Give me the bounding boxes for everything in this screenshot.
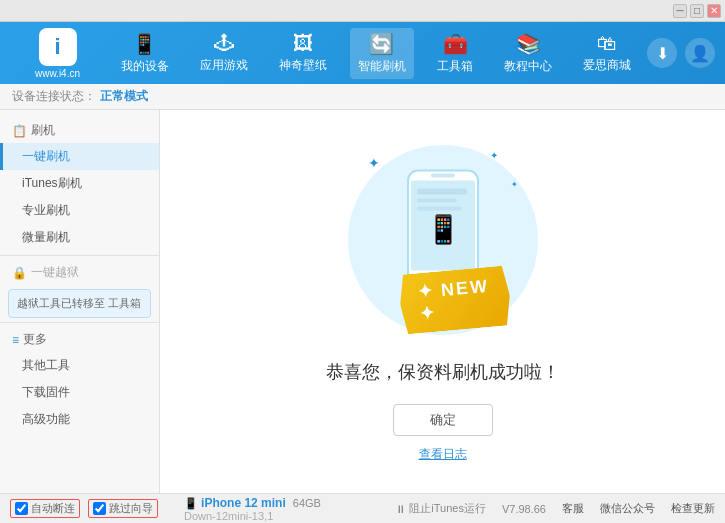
bottom-version: V7.98.66 xyxy=(502,503,546,515)
auto-close-checkbox[interactable] xyxy=(15,502,28,515)
content-area: ✦ ✦ ✦ 📱 ✦ NEW ✦ 恭喜您， xyxy=(160,110,725,493)
more-section-icon: ≡ xyxy=(12,333,19,347)
sub-link[interactable]: 查看日志 xyxy=(419,446,467,463)
nav-mall[interactable]: 🛍 爱思商城 xyxy=(575,28,639,78)
sidebar-jailbreak-notice: 越狱工具已转移至 工具箱 xyxy=(8,289,151,318)
logo-icon: i xyxy=(39,28,77,66)
nav-tutorial[interactable]: 📚 教程中心 xyxy=(496,28,560,79)
sidebar-item-other-tools[interactable]: 其他工具 xyxy=(0,352,159,379)
sidebar-section-jailbreak: 🔒 一键越狱 越狱工具已转移至 工具箱 xyxy=(0,260,159,318)
tutorial-icon: 📚 xyxy=(516,32,541,56)
close-button[interactable]: ✕ xyxy=(707,4,721,18)
phone-illustration: ✦ ✦ ✦ 📱 ✦ NEW ✦ xyxy=(343,140,543,340)
nav-items: 📱 我的设备 🕹 应用游戏 🖼 神奇壁纸 🔄 智能刷机 🧰 工具箱 📚 教程中心… xyxy=(105,28,647,79)
sidebar-jailbreak-title: 🔒 一键越狱 xyxy=(0,260,159,285)
svg-rect-5 xyxy=(417,199,457,203)
sidebar-item-download-firmware[interactable]: 下载固件 xyxy=(0,379,159,406)
skip-wizard-checkbox-label[interactable]: 跳过向导 xyxy=(88,499,158,518)
bottom-link-customer-service[interactable]: 客服 xyxy=(562,501,584,516)
sparkle-1: ✦ xyxy=(368,155,380,171)
sidebar-item-data-flash[interactable]: 微量刷机 xyxy=(0,224,159,251)
nav-toolbox[interactable]: 🧰 工具箱 xyxy=(429,28,481,79)
status-value: 正常模式 xyxy=(100,88,148,105)
sidebar-section-flash: 📋 刷机 一键刷机 iTunes刷机 专业刷机 微量刷机 xyxy=(0,118,159,251)
success-text: 恭喜您，保资料刷机成功啦！ xyxy=(326,360,560,384)
wallpaper-icon: 🖼 xyxy=(293,32,313,55)
svg-rect-4 xyxy=(417,189,467,195)
device-storage: 64GB xyxy=(293,497,321,509)
lock-icon: 🔒 xyxy=(12,266,27,280)
apps-games-icon: 🕹 xyxy=(214,32,234,55)
user-button[interactable]: 👤 xyxy=(685,38,715,68)
itunes-icon: ⏸ xyxy=(395,503,406,515)
sidebar-section-more-title: ≡ 更多 xyxy=(0,327,159,352)
bottom-link-wechat[interactable]: 微信公众号 xyxy=(600,501,655,516)
svg-text:📱: 📱 xyxy=(425,213,460,246)
sidebar-item-one-click-flash[interactable]: 一键刷机 xyxy=(0,143,159,170)
toolbox-icon: 🧰 xyxy=(443,32,468,56)
sidebar-item-pro-flash[interactable]: 专业刷机 xyxy=(0,197,159,224)
sidebar-section-flash-title: 📋 刷机 xyxy=(0,118,159,143)
bottom-right: ⏸ 阻止iTunes运行 V7.98.66 客服 微信公众号 检查更新 xyxy=(395,501,715,516)
confirm-button[interactable]: 确定 xyxy=(393,404,493,436)
sparkle-3: ✦ xyxy=(511,180,518,189)
svg-rect-6 xyxy=(417,207,462,211)
main-layout: 📋 刷机 一键刷机 iTunes刷机 专业刷机 微量刷机 🔒 一键越狱 xyxy=(0,110,725,493)
bottom-bar: 自动断连 跳过向导 📱 iPhone 12 mini 64GB Down-12m… xyxy=(0,493,725,523)
auto-close-checkbox-label[interactable]: 自动断连 xyxy=(10,499,80,518)
sidebar-divider-1 xyxy=(0,255,159,256)
itunes-status: ⏸ 阻止iTunes运行 xyxy=(395,501,486,516)
nav-wallpaper[interactable]: 🖼 神奇壁纸 xyxy=(271,28,335,78)
nav-my-device[interactable]: 📱 我的设备 xyxy=(113,28,177,79)
nav-smart-flash[interactable]: 🔄 智能刷机 xyxy=(350,28,414,79)
bottom-link-update[interactable]: 检查更新 xyxy=(671,501,715,516)
device-info: 📱 iPhone 12 mini 64GB Down-12mini-13,1 xyxy=(176,496,395,522)
status-bar: 设备连接状态： 正常模式 xyxy=(0,84,725,110)
sidebar-item-itunes-flash[interactable]: iTunes刷机 xyxy=(0,170,159,197)
logo-text: www.i4.cn xyxy=(35,68,80,79)
device-name: iPhone 12 mini xyxy=(201,496,286,510)
sidebar-divider-2 xyxy=(0,322,159,323)
sidebar: 📋 刷机 一键刷机 iTunes刷机 专业刷机 微量刷机 🔒 一键越狱 xyxy=(0,110,160,493)
svg-rect-2 xyxy=(431,174,455,178)
sparkle-2: ✦ xyxy=(490,150,498,161)
status-label: 设备连接状态： xyxy=(12,88,96,105)
minimize-button[interactable]: ─ xyxy=(673,4,687,18)
logo-area: i www.i4.cn xyxy=(10,28,105,79)
skip-wizard-checkbox[interactable] xyxy=(93,502,106,515)
download-button[interactable]: ⬇ xyxy=(647,38,677,68)
new-badge: ✦ NEW ✦ xyxy=(397,265,512,334)
my-device-icon: 📱 xyxy=(132,32,157,56)
header: i www.i4.cn 📱 我的设备 🕹 应用游戏 🖼 神奇壁纸 🔄 智能刷机 … xyxy=(0,22,725,84)
nav-apps-games[interactable]: 🕹 应用游戏 xyxy=(192,28,256,78)
maximize-button[interactable]: □ xyxy=(690,4,704,18)
mall-icon: 🛍 xyxy=(597,32,617,55)
sidebar-section-more: ≡ 更多 其他工具 下载固件 高级功能 xyxy=(0,327,159,433)
flash-section-icon: 📋 xyxy=(12,124,27,138)
device-model: Down-12mini-13,1 xyxy=(184,510,273,522)
title-bar: ─ □ ✕ xyxy=(0,0,725,22)
bottom-left: 自动断连 跳过向导 📱 iPhone 12 mini 64GB Down-12m… xyxy=(10,496,395,522)
nav-right: ⬇ 👤 xyxy=(647,38,715,68)
sidebar-item-advanced[interactable]: 高级功能 xyxy=(0,406,159,433)
device-icon: 📱 xyxy=(184,497,198,509)
smart-flash-icon: 🔄 xyxy=(369,32,394,56)
